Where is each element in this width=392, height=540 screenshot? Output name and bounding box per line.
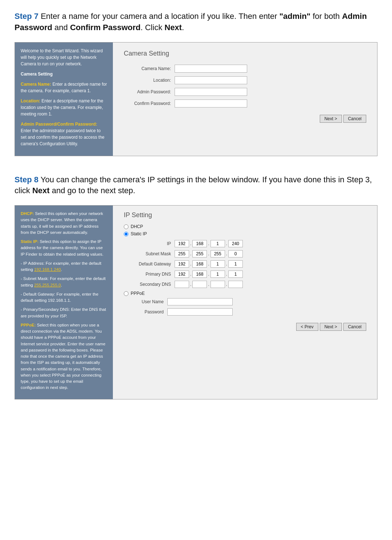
step8-secondary-dns-fields: . . . [175,281,243,288]
step7-camera-name-input[interactable] [175,65,247,73]
step8-subnet-label: Subnet Mask [131,251,175,256]
step7-header-text: Enter a name for your camera and a locat… [38,12,279,21]
step8-subnet-row: Subnet Mask . . . [124,250,366,257]
step8-next-ref: Next [32,186,50,195]
step8-gateway-note: - Default Gateway: For example, enter th… [21,291,107,304]
step8-header: Step 8 You can change the camera's IP se… [15,174,377,197]
step8-secondary-dns-row: Secondary DNS . . . [124,281,366,288]
step8-secondary-dns-input-2[interactable] [192,281,207,288]
step8-section: Step 8 You can change the camera's IP se… [15,174,377,399]
step8-gateway-input-4[interactable] [228,260,243,268]
step8-primary-dns-input-3[interactable] [211,271,225,278]
step8-gateway-input-1[interactable] [175,260,189,268]
step7-right-panel: Camera Setting Camera Name: Location: Ad… [113,42,377,156]
step8-ip-input-3[interactable] [211,240,225,247]
step7-cancel-button[interactable]: Cancel [343,115,366,123]
step8-subnet-fields: . . . [175,250,243,257]
step7-camera-name-title: Camera Name: [21,82,51,87]
step8-primary-dns-input-4[interactable] [228,271,243,278]
step8-prev-button[interactable]: < Prev [296,323,318,331]
step8-pppoe-radio-row: PPPoE [124,291,366,296]
step8-gateway-label: Default Gateway [131,261,175,267]
step7-admin-pw-input[interactable] [175,88,247,96]
step7-header-text4: . Click [140,23,164,32]
step7-camera-name-label: Camera Name: [124,66,175,71]
step8-header-text2: and go to the next step. [50,186,135,195]
step7-admin-pw-row: Admin Password: [124,88,366,96]
step8-ip-link1[interactable]: 192.168.1.240 [34,267,61,272]
step8-secondary-dns-input-4[interactable] [228,281,243,288]
step7-header-text3: and [52,23,70,32]
step8-secondary-dns-input-1[interactable] [175,281,189,288]
step7-wizard-panel: Welcome to the Smart Wizard. This wizard… [15,42,377,156]
step8-ip-fields: . . . [175,240,243,247]
step8-username-row: User Name [124,298,366,305]
step7-header: Step 7 Enter a name for your camera and … [15,11,377,33]
step7-header-text2: for both [310,12,342,21]
step7-header-text5: . [182,23,184,32]
step7-right-title: Camera Setting [124,50,366,57]
step7-confirm-pw-row: Confirm Password: [124,100,366,107]
step8-dhcp-radio[interactable] [124,224,128,229]
step7-camera-setting-title: Camera Setting [21,71,107,77]
step8-ip-row: IP . . . [124,240,366,247]
step7-next-button[interactable]: Next > [320,115,342,123]
step8-gateway-fields: . . . [175,260,243,268]
step8-ip-label: IP [131,241,175,246]
step8-next-button[interactable]: Next > [320,323,342,331]
step8-subnet-link2[interactable]: 255.255.255.0 [34,283,61,287]
step7-admin-pw-title: Admin Password/Confirm Password: [21,122,97,127]
step8-button-row: < Prev Next > Cancel [124,323,366,331]
step8-dhcp-title: DHCP: [21,211,34,216]
step8-gateway-row: Default Gateway . . . [124,260,366,268]
step7-label: Step 7 [15,12,38,21]
step8-right-panel: IP Setting DHCP Static IP IP . . . [113,206,377,399]
step8-right-title: IP Setting [124,211,366,219]
step8-left-panel: DHCP: Select this option when your netwo… [15,206,113,399]
step8-dhcp-radio-row: DHCP [124,224,366,229]
step8-ip-input-4[interactable] [228,240,243,247]
step8-label: Step 8 [15,175,38,184]
step8-gateway-input-3[interactable] [211,260,225,268]
step8-primary-dns-label: Primary DNS [131,272,175,277]
step7-confirm-pw-input[interactable] [175,100,247,107]
step7-left-panel: Welcome to the Smart Wizard. This wizard… [15,42,113,156]
step7-confirm-pw-label: Confirm Password: [124,101,175,106]
step8-pppoe-label: PPPoE [131,291,145,296]
step7-section: Step 7 Enter a name for your camera and … [15,11,377,156]
step8-pppoe-text: Select this option when you use a direct… [21,323,105,390]
step8-static-label: Static IP [131,231,147,236]
step8-secondary-dns-label: Secondary DNS [131,282,175,287]
step8-pppoe-title: PPPoE: [21,323,36,327]
step8-primary-dns-fields: . . . [175,271,243,278]
step8-wizard-panel: DHCP: Select this option when your netwo… [15,205,377,399]
step8-subnet-input-1[interactable] [175,250,189,257]
step7-location-title: Location: [21,98,40,103]
step8-ip-input-2[interactable] [192,240,207,247]
step7-location-label: Location: [124,78,175,83]
step7-location-row: Location: [124,76,366,84]
step8-primary-dns-row: Primary DNS . . . [124,271,366,278]
step8-ip-input-1[interactable] [175,240,189,247]
step8-username-input[interactable] [167,298,233,305]
step8-subnet-input-4[interactable] [228,250,243,257]
step7-admin-pw-label: Admin Password: [124,89,175,94]
step7-admin-pw-text: Enter the administrator password twice t… [21,128,105,146]
step7-location-input[interactable] [175,76,247,84]
step8-gateway-input-2[interactable] [192,260,207,268]
step8-pppoe-radio[interactable] [124,291,128,296]
step8-cancel-button[interactable]: Cancel [343,323,366,331]
step8-primary-dns-input-1[interactable] [175,271,189,278]
step7-button-row: Next > Cancel [124,115,366,123]
step8-password-input[interactable] [167,308,233,316]
step8-static-radio[interactable] [124,232,128,236]
step8-subnet-input-3[interactable] [211,250,225,257]
step8-static-title: Static IP: [21,239,38,244]
step8-secondary-dns-input-3[interactable] [211,281,225,288]
step8-static-radio-row: Static IP [124,231,366,236]
step8-password-row: Password [124,308,366,316]
step8-password-label: Password [135,309,167,314]
step8-subnet-input-2[interactable] [192,250,207,257]
step8-primary-dns-input-2[interactable] [192,271,207,278]
step7-admin-quote: "admin" [279,12,311,21]
